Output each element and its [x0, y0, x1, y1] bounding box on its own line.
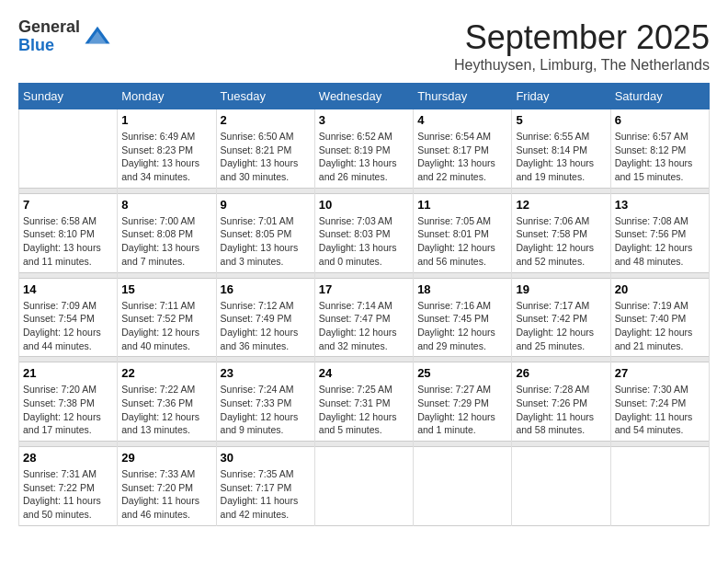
day-info: Sunrise: 7:03 AMSunset: 8:03 PMDaylight:…: [319, 214, 409, 269]
day-number: 6: [615, 113, 705, 127]
day-info: Sunrise: 6:57 AMSunset: 8:12 PMDaylight:…: [615, 130, 705, 184]
day-number: 10: [319, 198, 409, 212]
day-info: Sunrise: 7:14 AMSunset: 7:47 PMDaylight:…: [319, 299, 409, 353]
calendar-cell: [314, 447, 413, 526]
col-thursday: Thursday: [414, 84, 512, 109]
day-number: 17: [319, 282, 409, 296]
day-info: Sunrise: 7:17 AMSunset: 7:42 PMDaylight:…: [516, 299, 606, 353]
day-number: 30: [221, 451, 311, 465]
logo-general-text: General: [18, 18, 80, 37]
day-info: Sunrise: 7:09 AMSunset: 7:54 PMDaylight:…: [23, 299, 113, 353]
calendar-cell: 10 Sunrise: 7:03 AMSunset: 8:03 PMDaylig…: [314, 193, 413, 272]
day-info: Sunrise: 7:24 AMSunset: 7:33 PMDaylight:…: [221, 383, 311, 437]
day-info: Sunrise: 6:52 AMSunset: 8:19 PMDaylight:…: [319, 130, 409, 184]
col-wednesday: Wednesday: [314, 84, 413, 109]
col-tuesday: Tuesday: [216, 84, 314, 109]
calendar-cell: 23 Sunrise: 7:24 AMSunset: 7:33 PMDaylig…: [216, 362, 314, 442]
calendar-cell: 17 Sunrise: 7:14 AMSunset: 7:47 PMDaylig…: [314, 278, 413, 357]
calendar-cell: [19, 109, 118, 189]
calendar-cell: [512, 447, 610, 526]
day-number: 7: [23, 198, 113, 212]
calendar-cell: 6 Sunrise: 6:57 AMSunset: 8:12 PMDayligh…: [610, 109, 709, 189]
day-number: 28: [23, 451, 113, 465]
calendar-cell: 4 Sunrise: 6:54 AMSunset: 8:17 PMDayligh…: [414, 109, 512, 189]
day-info: Sunrise: 7:01 AMSunset: 8:05 PMDaylight:…: [221, 214, 311, 269]
day-info: Sunrise: 6:55 AMSunset: 8:14 PMDaylight:…: [516, 130, 606, 184]
calendar-cell: 29 Sunrise: 7:33 AMSunset: 7:20 PMDaylig…: [118, 447, 216, 526]
day-info: Sunrise: 7:28 AMSunset: 7:26 PMDaylight:…: [516, 383, 606, 437]
calendar-cell: 26 Sunrise: 7:28 AMSunset: 7:26 PMDaylig…: [512, 362, 610, 442]
calendar-cell: 2 Sunrise: 6:50 AMSunset: 8:21 PMDayligh…: [216, 109, 314, 189]
day-number: 5: [516, 113, 606, 127]
calendar-week-row: 21 Sunrise: 7:20 AMSunset: 7:38 PMDaylig…: [19, 362, 710, 442]
day-info: Sunrise: 7:05 AMSunset: 8:01 PMDaylight:…: [417, 214, 507, 269]
calendar-cell: 18 Sunrise: 7:16 AMSunset: 7:45 PMDaylig…: [414, 278, 512, 357]
calendar-cell: 7 Sunrise: 6:58 AMSunset: 8:10 PMDayligh…: [19, 193, 118, 272]
day-number: 11: [417, 198, 507, 212]
day-info: Sunrise: 7:08 AMSunset: 7:56 PMDaylight:…: [615, 214, 705, 269]
day-info: Sunrise: 7:00 AMSunset: 8:08 PMDaylight:…: [121, 214, 211, 269]
calendar-cell: 8 Sunrise: 7:00 AMSunset: 8:08 PMDayligh…: [118, 193, 216, 272]
day-number: 16: [221, 282, 311, 296]
day-info: Sunrise: 7:27 AMSunset: 7:29 PMDaylight:…: [417, 383, 507, 437]
calendar-cell: 22 Sunrise: 7:22 AMSunset: 7:36 PMDaylig…: [118, 362, 216, 442]
day-info: Sunrise: 7:06 AMSunset: 7:58 PMDaylight:…: [516, 214, 606, 269]
day-number: 1: [121, 113, 211, 127]
calendar-cell: 21 Sunrise: 7:20 AMSunset: 7:38 PMDaylig…: [19, 362, 118, 442]
day-number: 4: [417, 113, 507, 127]
day-number: 21: [23, 366, 113, 380]
day-number: 20: [615, 282, 705, 296]
day-info: Sunrise: 7:11 AMSunset: 7:52 PMDaylight:…: [121, 299, 211, 353]
logo: General Blue: [18, 18, 111, 55]
calendar-cell: 30 Sunrise: 7:35 AMSunset: 7:17 PMDaylig…: [216, 447, 314, 526]
calendar-week-row: 1 Sunrise: 6:49 AMSunset: 8:23 PMDayligh…: [19, 109, 710, 189]
col-saturday: Saturday: [610, 84, 709, 109]
day-info: Sunrise: 7:16 AMSunset: 7:45 PMDaylight:…: [417, 299, 507, 353]
day-number: 25: [417, 366, 507, 380]
day-number: 2: [221, 113, 311, 127]
day-number: 26: [516, 366, 606, 380]
day-info: Sunrise: 7:12 AMSunset: 7:49 PMDaylight:…: [221, 299, 311, 353]
day-info: Sunrise: 7:30 AMSunset: 7:24 PMDaylight:…: [615, 383, 705, 437]
calendar-cell: 3 Sunrise: 6:52 AMSunset: 8:19 PMDayligh…: [314, 109, 413, 189]
calendar-cell: 13 Sunrise: 7:08 AMSunset: 7:56 PMDaylig…: [610, 193, 709, 272]
calendar-cell: 20 Sunrise: 7:19 AMSunset: 7:40 PMDaylig…: [610, 278, 709, 357]
day-number: 24: [319, 366, 409, 380]
day-number: 19: [516, 282, 606, 296]
page-header: General Blue September 2025 Heythuysen, …: [18, 18, 710, 74]
day-info: Sunrise: 7:31 AMSunset: 7:22 PMDaylight:…: [23, 467, 113, 522]
day-info: Sunrise: 7:19 AMSunset: 7:40 PMDaylight:…: [615, 299, 705, 353]
day-number: 29: [121, 451, 211, 465]
day-number: 14: [23, 282, 113, 296]
day-number: 22: [121, 366, 211, 380]
day-info: Sunrise: 7:22 AMSunset: 7:36 PMDaylight:…: [121, 383, 211, 437]
calendar-cell: 16 Sunrise: 7:12 AMSunset: 7:49 PMDaylig…: [216, 278, 314, 357]
day-number: 8: [121, 198, 211, 212]
day-info: Sunrise: 6:49 AMSunset: 8:23 PMDaylight:…: [121, 130, 211, 184]
col-friday: Friday: [512, 84, 610, 109]
day-info: Sunrise: 6:58 AMSunset: 8:10 PMDaylight:…: [23, 214, 113, 269]
day-number: 3: [319, 113, 409, 127]
day-info: Sunrise: 6:50 AMSunset: 8:21 PMDaylight:…: [221, 130, 311, 184]
calendar-cell: [414, 447, 512, 526]
calendar-cell: 15 Sunrise: 7:11 AMSunset: 7:52 PMDaylig…: [118, 278, 216, 357]
day-info: Sunrise: 6:54 AMSunset: 8:17 PMDaylight:…: [417, 130, 507, 184]
calendar-cell: 11 Sunrise: 7:05 AMSunset: 8:01 PMDaylig…: [414, 193, 512, 272]
day-number: 9: [221, 198, 311, 212]
day-info: Sunrise: 7:35 AMSunset: 7:17 PMDaylight:…: [221, 467, 311, 522]
col-sunday: Sunday: [19, 84, 118, 109]
calendar-cell: 25 Sunrise: 7:27 AMSunset: 7:29 PMDaylig…: [414, 362, 512, 442]
calendar-cell: 9 Sunrise: 7:01 AMSunset: 8:05 PMDayligh…: [216, 193, 314, 272]
calendar-cell: [610, 447, 709, 526]
calendar-cell: 14 Sunrise: 7:09 AMSunset: 7:54 PMDaylig…: [19, 278, 118, 357]
day-number: 13: [615, 198, 705, 212]
logo-blue-text: Blue: [18, 37, 80, 55]
day-number: 27: [615, 366, 705, 380]
day-info: Sunrise: 7:20 AMSunset: 7:38 PMDaylight:…: [23, 383, 113, 437]
day-info: Sunrise: 7:33 AMSunset: 7:20 PMDaylight:…: [121, 467, 211, 522]
calendar-table: Sunday Monday Tuesday Wednesday Thursday…: [18, 83, 710, 526]
calendar-cell: 19 Sunrise: 7:17 AMSunset: 7:42 PMDaylig…: [512, 278, 610, 357]
calendar-cell: 24 Sunrise: 7:25 AMSunset: 7:31 PMDaylig…: [314, 362, 413, 442]
calendar-cell: 12 Sunrise: 7:06 AMSunset: 7:58 PMDaylig…: [512, 193, 610, 272]
calendar-cell: 5 Sunrise: 6:55 AMSunset: 8:14 PMDayligh…: [512, 109, 610, 189]
